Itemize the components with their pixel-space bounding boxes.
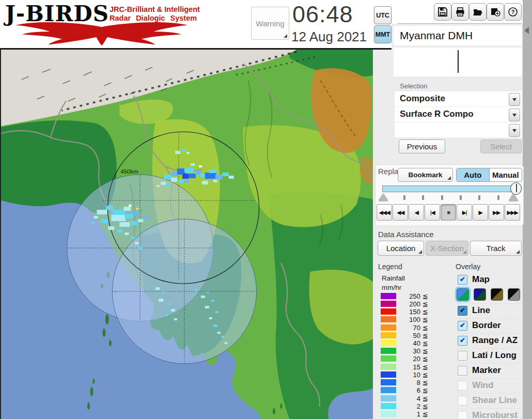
eagle-logo-icon	[3, 19, 200, 46]
help-button[interactable]: ?	[504, 3, 522, 21]
legend-swatch	[381, 411, 396, 417]
step-back-button[interactable]: |◀	[425, 204, 440, 221]
auto-mode-button[interactable]: Auto	[457, 168, 490, 181]
timeline-tick	[460, 195, 462, 200]
range-az-checkbox[interactable]	[458, 336, 467, 346]
play-reverse-button[interactable]: ◀	[409, 204, 424, 221]
overlay-row-shear-line: Shear Line	[457, 393, 523, 408]
fastest-forward-button[interactable]: ▶▶▶	[505, 204, 520, 221]
rewind-button[interactable]: ◀◀	[393, 204, 408, 221]
overlay-row-marker[interactable]: Marker	[457, 363, 523, 378]
collapse-arrow-icon[interactable]	[524, 27, 529, 34]
map-style-swatch-3[interactable]	[491, 288, 503, 301]
timeline-slider-handle[interactable]	[510, 182, 522, 195]
timeline-tick	[478, 195, 480, 200]
timeline-tick	[441, 195, 443, 200]
warning-button[interactable]: Warning	[251, 7, 289, 40]
legend-value: 10	[397, 371, 420, 379]
chevron-down-icon[interactable]	[509, 108, 520, 121]
save-icon	[437, 7, 448, 17]
map-checkbox[interactable]	[458, 275, 467, 285]
replay-timeline-slider[interactable]	[382, 185, 518, 192]
manual-mode-button[interactable]: Manual	[490, 168, 522, 181]
fast-rewind-button[interactable]: ◀◀◀	[377, 204, 392, 221]
legend-swatch	[381, 387, 396, 393]
legend-value: 20	[397, 355, 420, 363]
legend-swatch	[381, 403, 396, 409]
legend-swatch	[381, 316, 396, 322]
line-checkbox[interactable]	[458, 306, 467, 316]
legend-swatch	[381, 379, 396, 385]
legend-value: 1	[397, 410, 420, 418]
info-divider	[458, 50, 459, 73]
svg-text:?: ?	[511, 9, 515, 15]
chevron-down-icon[interactable]	[509, 93, 520, 106]
register-image-button[interactable]	[487, 3, 504, 21]
microburst-checkbox	[458, 411, 467, 419]
radar-map[interactable]: 450km	[1, 50, 373, 419]
stop-button[interactable]: ■	[441, 204, 456, 221]
map-style-swatch-1[interactable]	[457, 288, 469, 301]
step-forward-button[interactable]: ▶|	[457, 204, 472, 221]
legend-value: 8	[397, 379, 420, 386]
product-dropdown[interactable]: Surface R Compo	[395, 107, 522, 122]
legend-swatch	[381, 371, 396, 378]
legend-unit-line2: mm/hr	[382, 284, 401, 291]
legend-swatch	[381, 332, 396, 338]
range-ring-label: 450km	[120, 168, 138, 175]
overlay-row-microburst: Microburst	[457, 408, 523, 419]
chevron-down-icon[interactable]	[509, 124, 520, 137]
timeline-end-marker[interactable]	[509, 194, 518, 201]
open-folder-icon	[473, 7, 483, 17]
mmt-button[interactable]: MMT	[374, 25, 392, 43]
product-dropdown-value: Surface R Compo	[400, 109, 474, 119]
select-button[interactable]: Select	[480, 139, 522, 153]
legend-section-label: Legend	[378, 262, 402, 271]
legend-swatch	[381, 355, 396, 362]
timeline-start-marker[interactable]	[379, 194, 388, 201]
shear-line-checkbox	[458, 396, 467, 406]
timeline-tick	[422, 195, 424, 200]
legend-swatch	[381, 340, 396, 346]
x-section-button[interactable]: X-Section	[426, 241, 468, 256]
map-style-row	[457, 287, 523, 302]
overlay-row-line[interactable]: Line	[457, 303, 523, 318]
location-button[interactable]: Location	[378, 241, 424, 256]
timeline-tick	[497, 195, 499, 200]
overlay-row-border[interactable]: Border	[457, 318, 523, 333]
legend-swatch	[381, 293, 396, 299]
legend-swatch	[381, 324, 396, 331]
station-name: Myanmar DMH	[394, 26, 522, 45]
print-button[interactable]	[451, 3, 469, 21]
border-checkbox[interactable]	[458, 321, 467, 331]
composite-dropdown[interactable]: Composite	[395, 91, 522, 106]
save-button[interactable]	[434, 3, 451, 21]
legend-value: 70	[397, 324, 420, 332]
panel-collapse-strip[interactable]	[523, 0, 532, 419]
map-style-swatch-4[interactable]	[508, 288, 520, 301]
overlay-row-map[interactable]: Map	[457, 273, 523, 288]
bookmark-button[interactable]: Bookmark	[398, 168, 453, 182]
map-style-swatch-2[interactable]	[474, 288, 486, 301]
marker-checkbox[interactable]	[458, 366, 467, 376]
lati-long-checkbox[interactable]	[458, 351, 467, 361]
timeline-tick	[403, 195, 405, 200]
previous-button[interactable]: Previous	[399, 139, 445, 153]
toolbar-separator	[398, 23, 522, 24]
legend-value: 6	[397, 386, 420, 394]
utc-button[interactable]: UTC	[374, 6, 392, 24]
legend-value: 200	[397, 300, 420, 308]
overlay-section-label: Overlay	[456, 262, 480, 271]
fast-forward-button[interactable]: ▶▶	[489, 204, 504, 221]
composite-dropdown-value: Composite	[400, 94, 445, 104]
radar-map-viewport[interactable]: 450km	[0, 50, 373, 419]
legend-swatch	[381, 364, 396, 370]
legend-value: 2	[397, 402, 420, 410]
track-button[interactable]: Track	[470, 241, 522, 256]
overlay-row-lati-long[interactable]: Lati / Long	[457, 348, 523, 363]
overlay-row-wind: Wind	[457, 378, 523, 393]
parameter-dropdown[interactable]	[395, 122, 522, 137]
overlay-row-range-az[interactable]: Range / AZ	[457, 333, 523, 348]
open-folder-button[interactable]	[469, 3, 487, 21]
play-button[interactable]: ▶	[473, 204, 488, 221]
